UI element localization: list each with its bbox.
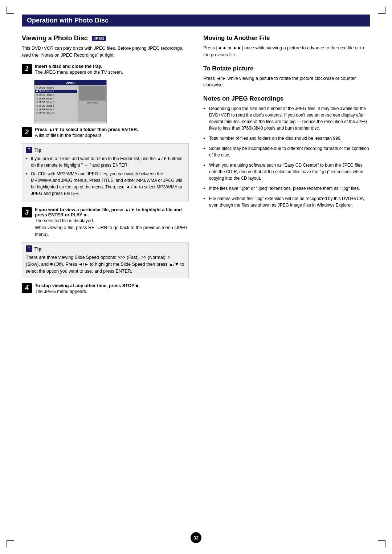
step-1-content: Insert a disc and close the tray. The JP…	[35, 64, 189, 76]
step-4-bold: To stop viewing at any other time, press…	[35, 283, 189, 288]
corner-mark-tr	[378, 7, 385, 14]
right-column: Moving to Another File Press |◄◄ or ►►| …	[203, 34, 370, 299]
step-4-text: The JPEG menu appears.	[35, 288, 189, 295]
step-1-bold: Insert a disc and close the tray.	[35, 64, 189, 69]
menu-preview-panel: Slide Show	[78, 85, 106, 122]
note-item-2: Total number of files and folders on the…	[203, 135, 370, 142]
tip-2-text: There are three viewing Slide Speed opti…	[26, 254, 185, 274]
moving-title: Moving to Another File	[203, 34, 370, 42]
notes-title: Notes on JPEG Recordings	[203, 95, 370, 102]
rotate-text: Press ◄/► while viewing a picture to rot…	[203, 75, 370, 89]
jpeg-menu-screenshot: JPEG JPEG Folder 1 JPEG Folder 2 JPEG Fo…	[34, 80, 107, 123]
menu-item-6: JPEG Folder 6	[35, 104, 77, 107]
menu-item-2: JPEG Folder 2	[35, 90, 77, 93]
tip-2-label: Tip	[34, 246, 41, 252]
note-item-6: File names without the ".jpg" extension …	[203, 195, 370, 208]
viewing-title-text: Viewing a Photo Disc	[22, 34, 88, 42]
step-4-number: 4	[22, 283, 32, 293]
step-1: 1 Insert a disc and close the tray. The …	[22, 64, 189, 76]
corner-mark-tl	[7, 7, 14, 14]
menu-folder-list: JPEG Folder 1 JPEG Folder 2 JPEG Folder …	[34, 85, 78, 122]
step-3-bold: If you want to view a particular file, p…	[35, 207, 189, 217]
page-number-text: 32	[193, 535, 199, 541]
step-3: 3 If you want to view a particular file,…	[22, 207, 189, 238]
menu-item-8: JPEG Folder 8	[35, 111, 77, 115]
menu-item-7: JPEG Folder 7	[35, 108, 77, 111]
moving-text: Press |◄◄ or ►►| once while viewing a pi…	[203, 45, 370, 58]
section-header-text: Operation with Photo Disc	[27, 17, 109, 24]
tip-1-header: T Tip	[26, 147, 185, 153]
menu-item-1: JPEG Folder 1	[35, 86, 77, 89]
menu-item-5: JPEG Folder 5	[35, 101, 77, 104]
page-container: Operation with Photo Disc Viewing a Phot…	[0, 0, 392, 554]
rotate-title: To Rotate picture	[203, 65, 370, 72]
jpeg-badge: JPEG	[92, 36, 106, 41]
tip-icon-1: T	[26, 147, 32, 153]
tip-box-2: T Tip There are three viewing Slide Spee…	[22, 242, 189, 278]
step-3-number: 3	[22, 207, 32, 217]
step-1-number: 1	[22, 64, 32, 74]
left-section-title: Viewing a Photo Disc JPEG	[22, 34, 189, 42]
step-1-text: The JPEG menu appears on the TV screen.	[35, 69, 189, 76]
page-number: 32	[191, 532, 201, 543]
corner-mark-bl	[7, 540, 14, 547]
note-item-1: Depending upon the size and number of th…	[203, 105, 370, 131]
step-2-number: 2	[22, 127, 32, 137]
tip-1-label: Tip	[34, 147, 41, 153]
left-column: Viewing a Photo Disc JPEG This DVD+VCR c…	[22, 34, 189, 299]
step-2-content: Press ▲/▼ to select a folder then press …	[35, 127, 189, 139]
step-4: 4 To stop viewing at any other time, pre…	[22, 283, 189, 295]
note-item-5: If the files have ".jpe" or ".jpeg" exte…	[203, 185, 370, 192]
menu-title-bar: JPEG	[34, 80, 106, 85]
step-2-text: A list of files in the folder appears.	[35, 132, 189, 139]
step-2-bold: Press ▲/▼ to select a folder then press …	[35, 127, 189, 132]
notes-list: Depending upon the size and number of th…	[203, 105, 370, 208]
tip-icon-2: T	[26, 245, 32, 252]
tip-1-item-2: On CDs with MP3/WMA and JPEG files, you …	[26, 171, 185, 197]
tip-1-item-1: If you are in a file list and want to re…	[26, 155, 185, 168]
step-4-content: To stop viewing at any other time, press…	[35, 283, 189, 295]
note-item-4: When you are using software such as "Eas…	[203, 162, 370, 182]
step-3-content: If you want to view a particular file, p…	[35, 207, 189, 238]
note-item-3: Some discs may be incompatible due to di…	[203, 145, 370, 158]
step-3-text: The selected file is displayed. While vi…	[35, 217, 189, 238]
tip-box-1: T Tip If you are in a file list and want…	[22, 143, 189, 202]
tip-2-header: T Tip	[26, 245, 185, 252]
tip-1-list: If you are in a file list and want to re…	[26, 155, 185, 197]
menu-item-4: JPEG Folder 4	[35, 97, 77, 100]
intro-text: This DVD+VCR can play discs with JPEG fi…	[22, 45, 189, 59]
menu-item-3: JPEG Folder 3	[35, 93, 77, 97]
two-col-layout: Viewing a Photo Disc JPEG This DVD+VCR c…	[22, 34, 370, 299]
step-2: 2 Press ▲/▼ to select a folder then pres…	[22, 127, 189, 139]
menu-body: JPEG Folder 1 JPEG Folder 2 JPEG Folder …	[34, 85, 106, 122]
section-header: Operation with Photo Disc	[22, 15, 370, 27]
corner-mark-br	[378, 540, 385, 547]
